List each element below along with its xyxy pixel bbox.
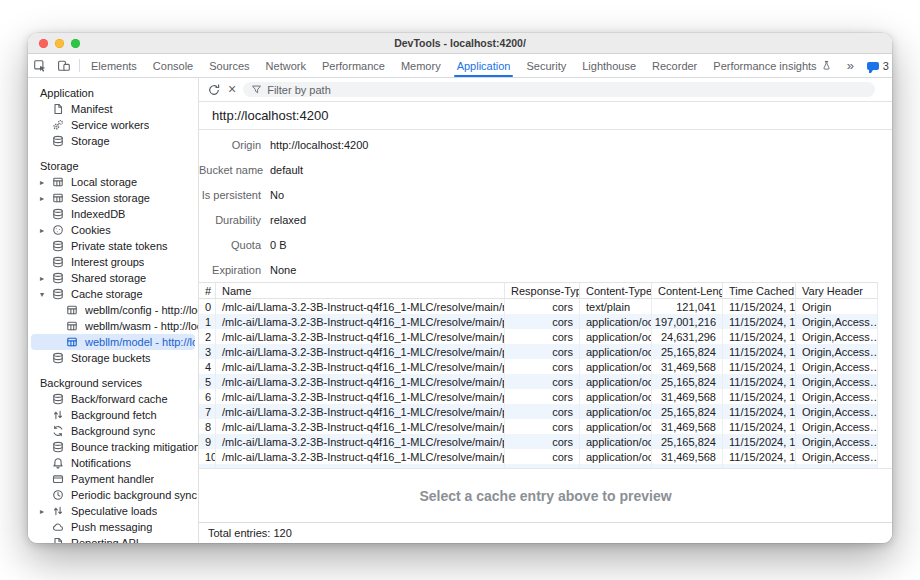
cell-name: /mlc-ai/Llama-3.2-3B-Instruct-q4f16_1-ML…: [216, 419, 505, 434]
cache-entry-row[interactable]: 5/mlc-ai/Llama-3.2-3B-Instruct-q4f16_1-M…: [199, 374, 878, 389]
sidebar-item-shared-storage[interactable]: ▸Shared storage: [28, 270, 198, 286]
tab-sources[interactable]: Sources: [201, 54, 257, 77]
table-body[interactable]: 0/mlc-ai/Llama-3.2-3B-Instruct-q4f16_1-M…: [199, 299, 878, 468]
sidebar-item-bounce-tracking-mitigations[interactable]: Bounce tracking mitigations: [28, 439, 198, 455]
cache-entry-row[interactable]: 3/mlc-ai/Llama-3.2-3B-Instruct-q4f16_1-M…: [199, 344, 878, 359]
expand-arrow-icon[interactable]: ▸: [40, 226, 52, 235]
sidebar-item-notifications[interactable]: Notifications: [28, 455, 198, 471]
cell-name: /mlc-ai/Llama-3.2-3B-Instruct-q4f16_1-ML…: [216, 389, 505, 404]
issues-bubble-icon: [867, 62, 879, 70]
sidebar-item-push-messaging[interactable]: Push messaging: [28, 519, 198, 535]
tab-network[interactable]: Network: [258, 54, 314, 77]
sidebar-item-speculative-loads[interactable]: ▸Speculative loads: [28, 503, 198, 519]
sidebar-item-session-storage[interactable]: ▸Session storage: [28, 190, 198, 206]
column-header-content-length[interactable]: Content-Length: [652, 283, 723, 298]
sidebar-item-cookies[interactable]: ▸Cookies: [28, 222, 198, 238]
issues-counter[interactable]: 3: [861, 60, 892, 72]
cache-entry-row[interactable]: 0/mlc-ai/Llama-3.2-3B-Instruct-q4f16_1-M…: [199, 299, 878, 314]
more-tabs-icon[interactable]: »: [840, 58, 861, 73]
sidebar-item-periodic-background-sync[interactable]: Periodic background sync: [28, 487, 198, 503]
column-header-vary-header[interactable]: Vary Header: [796, 283, 878, 298]
cell-content-length: 25,165,824: [652, 344, 723, 359]
sidebar-item-service-workers[interactable]: Service workers: [28, 117, 198, 133]
window-title: DevTools - localhost:4200/: [28, 37, 892, 49]
filter-input[interactable]: [267, 84, 867, 96]
refresh-icon[interactable]: [207, 83, 221, 97]
cache-entry-row[interactable]: 2/mlc-ai/Llama-3.2-3B-Instruct-q4f16_1-M…: [199, 329, 878, 344]
column-header-time-cached[interactable]: Time Cached: [723, 283, 796, 298]
cache-entry-row[interactable]: 1/mlc-ai/Llama-3.2-3B-Instruct-q4f16_1-M…: [199, 314, 878, 329]
cache-entry-row[interactable]: 9/mlc-ai/Llama-3.2-3B-Instruct-q4f16_1-M…: [199, 434, 878, 449]
expand-arrow-icon[interactable]: ▸: [40, 274, 52, 283]
tab-performance[interactable]: Performance: [314, 54, 393, 77]
panel-tabs: ElementsConsoleSourcesNetworkPerformance…: [83, 54, 840, 77]
cell-content-length: 31,469,568: [652, 419, 723, 434]
cache-entry-row[interactable]: 10/mlc-ai/Llama-3.2-3B-Instruct-q4f16_1-…: [199, 449, 878, 464]
sidebar-item-label: Session storage: [71, 192, 150, 204]
expand-arrow-icon[interactable]: ▾: [40, 290, 52, 299]
sidebar-item-storage[interactable]: Storage: [28, 133, 198, 149]
sidebar-item-webllm-model-http-loc[interactable]: webllm/model - http://loc…: [31, 334, 195, 350]
close-button[interactable]: [39, 39, 48, 48]
preview-message: Select a cache entry above to preview: [419, 488, 671, 504]
tab-recorder[interactable]: Recorder: [644, 54, 705, 77]
clear-icon[interactable]: ×: [228, 82, 236, 96]
tab-memory[interactable]: Memory: [393, 54, 449, 77]
expand-arrow-icon[interactable]: ▸: [40, 194, 52, 203]
cache-storage-panel: × http://localhost:4200 Originhttp://loc…: [199, 78, 892, 543]
sidebar-item-label: Back/forward cache: [71, 393, 168, 405]
tab-performance-insights[interactable]: Performance insights: [705, 54, 839, 77]
metadata-row: Bucket namedefault: [199, 157, 892, 182]
tab-application[interactable]: Application: [449, 54, 519, 77]
tab-lighthouse[interactable]: Lighthouse: [574, 54, 644, 77]
expand-arrow-icon[interactable]: ▸: [40, 507, 52, 516]
sidebar-item-payment-handler[interactable]: Payment handler: [28, 471, 198, 487]
cell-content-type: text/plain: [580, 299, 652, 314]
card-icon: [52, 473, 65, 485]
cell-index: 9: [199, 434, 216, 449]
file-icon: [52, 537, 65, 543]
sidebar-item-background-fetch[interactable]: Background fetch: [28, 407, 198, 423]
device-toolbar-icon[interactable]: [52, 54, 76, 77]
sidebar-item-background-sync[interactable]: Background sync: [28, 423, 198, 439]
metadata-value-quota: 0 B: [270, 239, 287, 251]
updown-icon: [52, 409, 65, 421]
sidebar-item-label: Reporting API: [71, 537, 139, 543]
sidebar-item-label: webllm/config - http://loc…: [85, 304, 198, 316]
sidebar-item-back-forward-cache[interactable]: Back/forward cache: [28, 391, 198, 407]
column-header-content-type[interactable]: Content-Type: [580, 283, 652, 298]
tab-elements[interactable]: Elements: [83, 54, 145, 77]
cache-entry-row[interactable]: 8/mlc-ai/Llama-3.2-3B-Instruct-q4f16_1-M…: [199, 419, 878, 434]
sidebar-item-indexeddb[interactable]: IndexedDB: [28, 206, 198, 222]
cache-entry-row[interactable]: 4/mlc-ai/Llama-3.2-3B-Instruct-q4f16_1-M…: [199, 359, 878, 374]
sidebar-item-webllm-config-http-loc[interactable]: webllm/config - http://loc…: [28, 302, 198, 318]
cell-response-type: cors: [505, 359, 580, 374]
cell-index: 8: [199, 419, 216, 434]
sidebar-item-webllm-wasm-http-loca[interactable]: webllm/wasm - http://loca…: [28, 318, 198, 334]
column-header-name[interactable]: Name: [216, 283, 505, 298]
tab-console[interactable]: Console: [145, 54, 201, 77]
grid-icon: [66, 304, 79, 316]
updown-icon: [52, 505, 65, 517]
sidebar-item-storage-buckets[interactable]: Storage buckets: [28, 350, 198, 366]
cache-entry-row[interactable]: 7/mlc-ai/Llama-3.2-3B-Instruct-q4f16_1-M…: [199, 404, 878, 419]
sidebar-item-cache-storage[interactable]: ▾Cache storage: [28, 286, 198, 302]
grid-icon: [66, 336, 79, 348]
sidebar-item-reporting-api[interactable]: Reporting API: [28, 535, 198, 543]
column-header-response-type[interactable]: Response-Type: [505, 283, 580, 298]
column-header-index[interactable]: #: [199, 283, 216, 298]
sidebar-item-interest-groups[interactable]: Interest groups: [28, 254, 198, 270]
tab-security[interactable]: Security: [518, 54, 574, 77]
expand-arrow-icon[interactable]: ▸: [40, 178, 52, 187]
zoom-button[interactable]: [71, 39, 80, 48]
sidebar-item-private-state-tokens[interactable]: Private state tokens: [28, 238, 198, 254]
minimize-button[interactable]: [55, 39, 64, 48]
cache-entry-row[interactable]: 6/mlc-ai/Llama-3.2-3B-Instruct-q4f16_1-M…: [199, 389, 878, 404]
sidebar-item-manifest[interactable]: Manifest: [28, 101, 198, 117]
inspect-icon[interactable]: [28, 54, 52, 77]
tab-label: Console: [153, 60, 193, 72]
sidebar-item-local-storage[interactable]: ▸Local storage: [28, 174, 198, 190]
cell-vary-header: Origin,Access…: [796, 344, 878, 359]
sidebar-section-title: Application: [28, 85, 198, 101]
cell-vary-header: Origin,Access…: [796, 449, 878, 464]
